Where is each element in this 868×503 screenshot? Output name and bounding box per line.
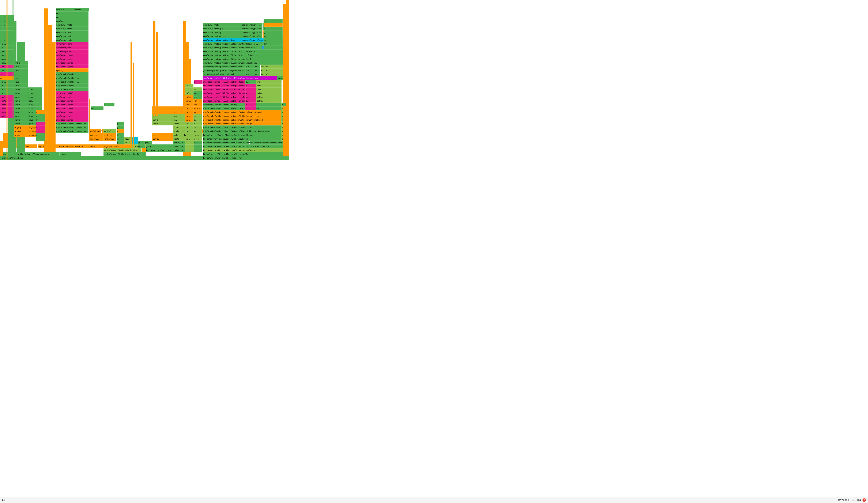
svg-text:ka..: ka.. [185,119,190,121]
svg-text:kafka/network/Processor.run: kafka/network/Processor.run [18,153,49,155]
svg-text:org/apache/kafka...: org/apache/kafka... [56,89,78,91]
svg-text:g..: g.. [264,31,267,33]
svg-text:j..: j.. [117,126,120,129]
svg-text:org/a...: org/a... [14,134,24,136]
svg-text:m..: m.. [0,77,4,79]
svg-text:com/sun/crypto/pr...: com/sun/crypto/pr... [203,35,226,37]
svg-text:sun/s...: sun/s... [14,115,24,117]
svg-text:kaf..: kaf.. [184,134,190,136]
svg-text:kafka/server/AbstractFetcherTh: kafka/server/AbstractFetcherThread.maybe… [203,149,255,151]
svg-text:s..: s.. [174,119,177,121]
svg-text:sun..: sun.. [246,73,251,75]
svg-rect-329 [48,25,52,152]
svg-text:com/sun/crypto...: com/sun/crypto... [56,24,76,26]
svg-text:sc..: sc.. [194,89,198,91]
svg-text:com/sun/crypto/provider/Cipher: com/sun/crypto/provider/CipherCore.fillO… [203,54,258,57]
svg-text:sun/...: sun/... [14,111,23,113]
svg-text:sun..: sun.. [254,73,259,75]
svg-text:su...: su... [0,92,6,94]
svg-text:kafka/..: kafka/.. [261,70,270,72]
svg-rect-205 [0,141,3,156]
svg-text:do...: do... [91,107,97,110]
svg-text:kafka/..: kafka/.. [257,100,266,102]
svg-text:k..: k.. [117,130,120,132]
svg-text:e..: e.. [36,115,40,117]
svg-text:kaf..: kaf.. [194,100,199,102]
svg-text:sun..: sun.. [246,66,251,68]
svg-text:j..: j.. [117,142,120,144]
svg-text:en..: en.. [138,145,143,147]
svg-text:kaf..: kaf.. [185,96,191,98]
svg-text:org/apache/kafka/common/networ: org/apache/kafka/common/network/KafkaCha… [203,115,259,117]
svg-text:com/..: com/.. [29,92,36,94]
svg-text:javac/net/ssl/S...: javac/net/ssl/S... [56,92,77,94]
svg-text:javax/crypto/CipherSpi.bufferC: javax/crypto/CipherSpi.bufferCrypt [203,66,242,68]
svg-text:ge..: ge.. [264,39,269,41]
svg-text:kafka/server/ReplicaMa...: kafka/server/ReplicaMa... [146,149,175,151]
svg-text:c..: c.. [14,77,18,79]
svg-text:com/sun/crypt...: com/sun/crypt... [203,24,221,26]
svg-text:sun/security/ssl/SSLTransport.: sun/security/ssl/SSLTransport.decode [203,89,244,91]
svg-text:com/sun/crypto/pr...: com/sun/crypto/pr... [241,28,265,30]
flame-graph-svg: java/lang/Thread.run jav.. kafka/network… [0,0,289,161]
svg-text:kaf..: kaf.. [194,96,199,98]
svg-text:e..: e.. [246,81,249,83]
svg-text:w..: w.. [36,119,40,121]
svg-text:jdk/.: jdk/. [145,142,151,144]
svg-text:ka..: ka.. [185,111,190,113]
svg-text:com/sun/crypto/provider/G...: com/sun/crypto/provider/G... [203,39,235,41]
svg-text:scala..: scala.. [174,126,182,129]
svg-text:sun/s...: sun/s... [14,100,24,102]
svg-text:k..: k.. [174,111,177,113]
flame-graph-container: java/lang/Thread.run jav.. kafka/network… [0,0,289,161]
svg-text:com/sun...: com/sun... [56,9,68,11]
svg-text:co...: co... [56,16,62,18]
svg-text:ka..: ka.. [185,138,190,140]
svg-text:sun/s...: sun/s... [29,104,38,106]
svg-text:[u..: [u.. [138,142,143,144]
svg-text:scala..: scala.. [174,130,182,132]
svg-text:sc..: sc.. [185,85,190,87]
svg-text:o..: o.. [36,138,40,140]
svg-text:sun/security/ss...: sun/security/ss... [56,119,77,121]
svg-text:s..: s.. [194,119,197,121]
svg-text:j..: j.. [117,134,120,136]
svg-text:j..: j.. [36,130,40,132]
svg-text:com/sun/crypto...: com/sun/crypto... [56,28,76,30]
svg-text:kafka/server/RemoteLeaderEndPo: kafka/server/RemoteLeaderEndPoint.fetch [203,138,248,140]
svg-text:com/sun/crypto...: com/sun/crypto... [56,39,76,41]
svg-rect-15 [142,148,146,152]
svg-text:javax/crypto/C...: javax/crypto/C... [56,47,76,49]
svg-text:com/sun/crypto...: com/sun/crypto... [56,31,76,33]
svg-text:sun..: sun.. [254,66,259,68]
svg-text:s..: s.. [246,104,249,106]
svg-text:org/apache/kafka/...: org/apache/kafka/... [56,73,79,75]
svg-text:sun/s...: sun/s... [14,119,24,121]
svg-text:s..: s.. [194,123,197,125]
svg-text:javax/crypto/Cipher.doFinal: javax/crypto/Cipher.doFinal [203,73,234,75]
svg-text:ka..: ka.. [194,111,198,113]
svg-text:kafka/se...: kafka/se... [174,145,186,147]
svg-text:k..: k.. [174,107,177,110]
svg-text:i...: i... [0,39,5,41]
svg-text:kafka/...: kafka/... [153,138,163,140]
svg-text:sun/s...: sun/s... [14,92,24,94]
svg-text:S..: S.. [0,73,4,75]
svg-text:com/sun/crypto/pr...: com/sun/crypto/pr... [203,31,226,33]
svg-text:com/sun/crypto/provider/AESCip: com/sun/crypto/provider/AESCipher.engine… [203,62,257,64]
svg-text:ka..: ka.. [185,126,190,129]
svg-text:s..: s.. [36,126,40,129]
svg-text:j..: j.. [117,138,120,140]
svg-text:sun/security/ss...: sun/security/ss... [56,107,77,110]
svg-text:su...: su... [0,89,6,91]
svg-text:com/sun/crypto/provider/Cipher: com/sun/crypto/provider/CipherCore.doFin… [203,58,251,60]
svg-text:sun/s...: sun/s... [0,96,10,98]
svg-text:__..: __.. [264,24,269,26]
svg-text:epoll_...: epoll_... [56,70,66,72]
svg-text:org/..: org/.. [257,81,264,83]
svg-text:java..: java.. [29,119,36,121]
svg-text:com/..: com/.. [29,96,36,98]
svg-text:ja...: ja... [0,43,6,45]
svg-text:java..: java.. [14,70,22,72]
svg-text:org/ap...: org/ap... [14,126,25,129]
